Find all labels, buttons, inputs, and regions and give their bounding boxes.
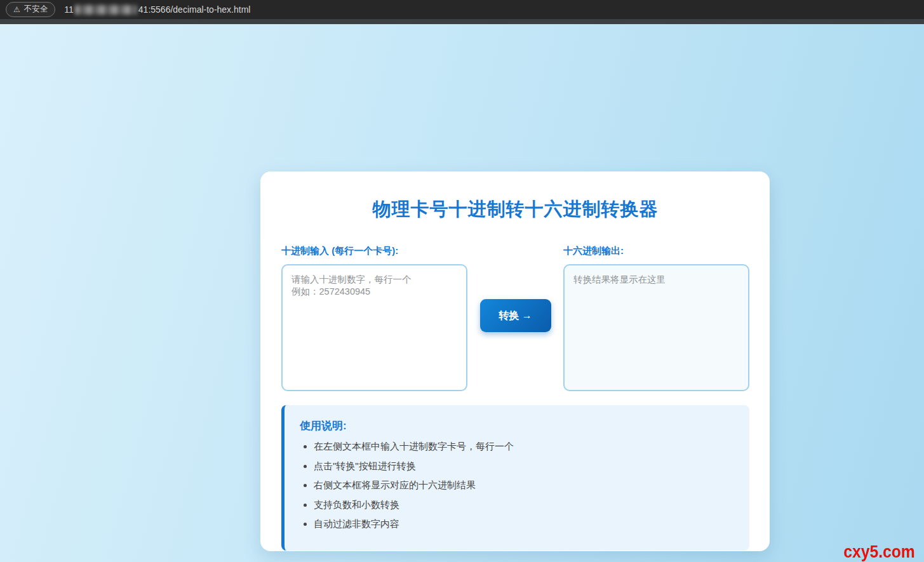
instruction-item: 支持负数和小数转换 — [314, 499, 734, 511]
page-title: 物理卡号十进制转十六进制转换器 — [281, 197, 749, 222]
url-redacted-segment — [75, 5, 137, 15]
decimal-input-textarea[interactable] — [281, 264, 467, 391]
decimal-input-label: 十进制输入 (每行一个卡号): — [281, 245, 467, 257]
instruction-item: 点击"转换"按钮进行转换 — [314, 460, 734, 472]
warning-icon: ⚠ — [13, 6, 20, 13]
convert-button-column: 转换 → — [467, 245, 563, 332]
decimal-input-group: 十进制输入 (每行一个卡号): — [281, 245, 467, 391]
hex-output-label: 十六进制输出: — [563, 245, 749, 257]
instruction-item: 在左侧文本框中输入十进制数字卡号，每行一个 — [314, 441, 734, 453]
security-badge-label: 不安全 — [24, 4, 48, 15]
url-suffix: 41:5566/decimal-to-hex.html — [138, 4, 251, 15]
url-text[interactable]: 11 41:5566/decimal-to-hex.html — [64, 4, 250, 15]
instructions-panel: 使用说明: 在左侧文本框中输入十进制数字卡号，每行一个 点击"转换"按钮进行转换… — [281, 405, 749, 551]
instructions-list: 在左侧文本框中输入十进制数字卡号，每行一个 点击"转换"按钮进行转换 右侧文本框… — [300, 441, 734, 530]
converter-card: 物理卡号十进制转十六进制转换器 十进制输入 (每行一个卡号): 转换 → 十六进… — [260, 171, 770, 551]
hex-output-textarea[interactable] — [563, 264, 749, 391]
converter-row: 十进制输入 (每行一个卡号): 转换 → 十六进制输出: — [281, 245, 749, 391]
hex-output-group: 十六进制输出: — [563, 245, 749, 391]
browser-address-bar: ⚠ 不安全 11 41:5566/decimal-to-hex.html — [0, 0, 924, 19]
page-background: 物理卡号十进制转十六进制转换器 十进制输入 (每行一个卡号): 转换 → 十六进… — [0, 24, 924, 562]
toolbar-strip — [0, 19, 924, 24]
instructions-heading: 使用说明: — [300, 418, 734, 433]
security-badge[interactable]: ⚠ 不安全 — [6, 2, 55, 17]
url-prefix: 11 — [64, 4, 74, 15]
convert-button[interactable]: 转换 → — [480, 299, 551, 332]
watermark: cxy5.com — [844, 542, 915, 562]
instruction-item: 右侧文本框将显示对应的十六进制结果 — [314, 479, 734, 492]
instruction-item: 自动过滤非数字内容 — [314, 518, 734, 530]
